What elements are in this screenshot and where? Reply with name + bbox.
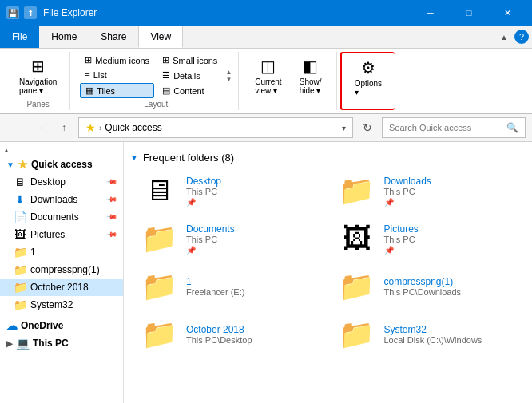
folders-grid: 🖥 Desktop This PC 📌 📁 Downloads This PC … (130, 170, 526, 355)
pictures-folder-info: Pictures This PC 📌 (384, 223, 419, 255)
sidebar-documents-label: Documents (30, 211, 105, 223)
folder1-info: 1 Freelancer (E:) (186, 276, 244, 297)
window-controls: ─ □ ✕ (412, 0, 526, 26)
folder-item-downloads[interactable]: 📁 Downloads This PC 📌 (332, 170, 523, 211)
sidebar-item-documents[interactable]: 📄 Documents 📌 (0, 208, 123, 226)
ribbon-view-items: ◫ Currentview ▾ ◧ Show/hide ▾ (248, 53, 329, 107)
search-box[interactable]: 🔍 (382, 117, 526, 138)
folder-item-folder1[interactable]: 📁 1 Freelancer (E:) (133, 266, 325, 307)
ribbon: ⊞ Navigationpane ▾ Panes ⊞ Medium icons … (0, 49, 532, 114)
folder-item-pictures[interactable]: 🖼 Pictures This PC 📌 (332, 218, 523, 259)
ribbon-group-panes: ⊞ Navigationpane ▾ Panes (6, 52, 70, 110)
sidebar-item-downloads[interactable]: ⬇ Downloads 📌 (0, 191, 123, 208)
back-button[interactable]: ← (6, 118, 26, 137)
pictures-folder-icon: 🖼 (343, 222, 371, 255)
up-button[interactable]: ↑ (54, 118, 73, 137)
downloads-folder-icon-wrap: 📁 (338, 175, 376, 207)
compresspng-icon: 📁 (339, 270, 375, 303)
desktop-sidebar-icon: 🖥 (13, 176, 27, 188)
ribbon-group-panes-items: ⊞ Navigationpane ▾ (13, 53, 63, 98)
sidebar-collapse-btn[interactable]: ▲ (3, 147, 10, 154)
show-hide-button[interactable]: ◧ Show/hide ▾ (292, 53, 330, 107)
medium-icons-icon: ⊞ (85, 55, 92, 65)
layout-col-1: ⊞ Medium icons ≡ List ▦ Tiles (80, 53, 154, 98)
navigation-pane-button[interactable]: ⊞ Navigationpane ▾ (13, 53, 63, 98)
content-button[interactable]: ▤ Content (157, 84, 222, 97)
search-input[interactable] (389, 123, 503, 132)
system32-icon: 📁 (339, 318, 375, 351)
show-hide-label: Show/hide ▾ (300, 77, 322, 95)
folder1-icon-wrap: 📁 (140, 271, 178, 302)
sidebar-item-october[interactable]: 📁 October 2018 (0, 279, 123, 296)
list-label: List (93, 70, 107, 80)
documents-folder-name: Documents (186, 223, 235, 235)
downloads-folder-info: Downloads This PC 📌 (384, 176, 431, 207)
frequent-folders-header[interactable]: ▼ Frequent folders (8) (130, 148, 526, 170)
sidebar-item-pictures[interactable]: 🖼 Pictures 📌 (0, 226, 123, 243)
list-button[interactable]: ≡ List (80, 69, 154, 81)
show-hide-icon: ◧ (303, 57, 318, 76)
tiles-button[interactable]: ▦ Tiles (80, 83, 154, 98)
folder1-path: Freelancer (E:) (186, 287, 244, 297)
thispc-chevron: ▶ (6, 339, 13, 348)
tab-view[interactable]: View (138, 26, 183, 48)
minimize-button[interactable]: ─ (412, 0, 449, 26)
tab-home[interactable]: Home (39, 26, 89, 48)
properties-icon[interactable]: ⬆ (24, 6, 37, 19)
pictures-pin-icon: 📌 (106, 229, 118, 241)
onedrive-label: OneDrive (21, 320, 63, 331)
scroll-down-arrow[interactable]: ▼ (225, 77, 232, 83)
pictures-folder-pin: 📌 (384, 246, 419, 255)
quick-access-section-header[interactable]: ▼ ★ Quick access (0, 156, 123, 173)
layout-col-2: ⊞ Small icons ☰ Details ▤ Content (157, 53, 222, 98)
compresspng-info: compresspng(1) This PC\Downloads (384, 276, 462, 297)
help-icon[interactable]: ? (514, 30, 529, 44)
search-icon[interactable]: 🔍 (506, 122, 518, 133)
close-button[interactable]: ✕ (489, 0, 526, 26)
refresh-button[interactable]: ↻ (358, 118, 377, 137)
folder-item-october[interactable]: 📁 October 2018 This PC\Desktop (133, 314, 325, 355)
maximize-button[interactable]: □ (451, 0, 487, 26)
onedrive-section[interactable]: ☁ OneDrive (0, 317, 123, 334)
folder-item-desktop[interactable]: 🖥 Desktop This PC 📌 (133, 170, 325, 211)
scroll-up-arrow[interactable]: ▲ (225, 69, 232, 76)
sidebar-items: 🖥 Desktop 📌 ⬇ Downloads 📌 📄 Documents 📌 … (0, 173, 123, 314)
sidebar-item-compresspng[interactable]: 📁 compresspng(1) (0, 261, 123, 279)
current-view-button[interactable]: ◫ Currentview ▾ (248, 53, 288, 107)
folder-item-system32[interactable]: 📁 System32 Local Disk (C:\)\Windows (332, 314, 523, 355)
quick-access-star-icon: ★ (85, 121, 96, 134)
ribbon-collapse-icon[interactable]: ▲ (500, 33, 508, 41)
downloads-sidebar-icon: ⬇ (13, 193, 27, 206)
quick-access-label: Quick access (31, 159, 93, 170)
options-button[interactable]: ⚙ Options▾ (348, 55, 388, 105)
tab-file[interactable]: File (0, 26, 39, 48)
documents-pin-icon: 📌 (106, 211, 118, 223)
folder-item-documents[interactable]: 📁 Documents This PC 📌 (133, 218, 325, 259)
thispc-section[interactable]: ▶ 💻 This PC (0, 334, 123, 352)
details-label: Details (173, 71, 200, 81)
forward-button[interactable]: → (30, 118, 50, 137)
small-icons-button[interactable]: ⊞ Small icons (157, 53, 222, 67)
october-icon: 📁 (141, 318, 177, 351)
medium-icons-button[interactable]: ⊞ Medium icons (80, 53, 154, 67)
october-info: October 2018 This PC\Desktop (186, 324, 252, 345)
details-icon: ☰ (162, 70, 170, 81)
main-layout: ▲ ▼ ★ Quick access 🖥 Desktop 📌 ⬇ Downloa… (0, 142, 532, 403)
downloads-pin-icon: 📌 (106, 194, 118, 206)
ribbon-group-options: ⚙ Options▾ (340, 52, 395, 110)
sidebar-pictures-label: Pictures (30, 229, 105, 240)
sidebar-item-system32[interactable]: 📁 System32 (0, 296, 123, 314)
address-path[interactable]: ★ › Quick access ▾ (78, 117, 353, 138)
details-button[interactable]: ☰ Details (157, 69, 222, 82)
ribbon-layout-items: ⊞ Medium icons ≡ List ▦ Tiles ⊞ Small ic… (80, 53, 232, 98)
sidebar-item-desktop[interactable]: 🖥 Desktop 📌 (0, 173, 123, 191)
address-dropdown-icon[interactable]: ▾ (342, 124, 346, 132)
ribbon-group-view: ◫ Currentview ▾ ◧ Show/hide ▾ (242, 52, 336, 110)
sidebar-item-folder1[interactable]: 📁 1 (0, 243, 123, 261)
tab-share[interactable]: Share (89, 26, 138, 48)
quick-save-icon[interactable]: 💾 (6, 6, 19, 19)
compresspng-name: compresspng(1) (384, 276, 462, 287)
ribbon-options-items: ⚙ Options▾ (348, 55, 388, 105)
folder1-name: 1 (186, 276, 244, 287)
folder-item-compresspng[interactable]: 📁 compresspng(1) This PC\Downloads (332, 266, 523, 307)
